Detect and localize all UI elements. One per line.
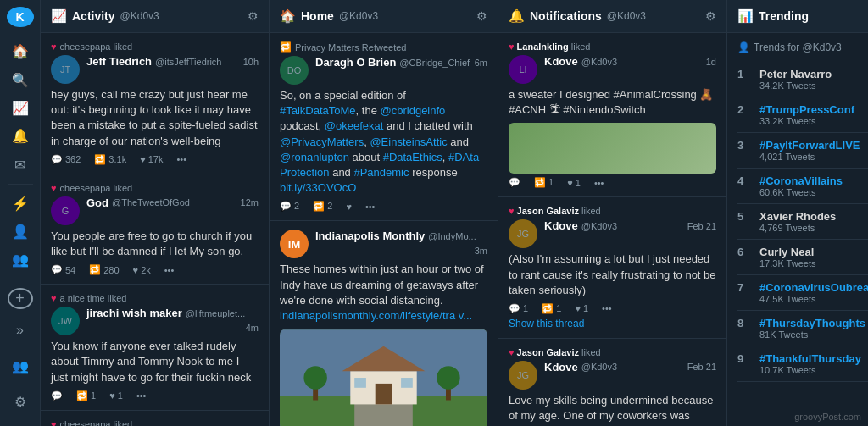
home-icon: 🏠 xyxy=(280,8,296,24)
like-button[interactable]: ♥ 2k xyxy=(133,265,151,275)
trending-icon: 📊 xyxy=(737,8,754,24)
sidebar-item-activity[interactable]: 📈 xyxy=(5,97,36,119)
retweet-button[interactable]: 🔁 3.1k xyxy=(94,154,126,165)
activity-column-title: Activity xyxy=(72,9,115,23)
svg-rect-7 xyxy=(401,378,413,388)
table-row[interactable]: ♥ cheesepapa liked DA David Axelrod ✓ @d… xyxy=(41,411,269,426)
activity-column-settings[interactable]: ⚙ xyxy=(248,9,259,23)
notifications-column: 🔔 Notifications @Kd0v3 ⚙ ♥ LanaInkling l… xyxy=(498,0,727,426)
retweet-button[interactable]: 🔁 1 xyxy=(534,177,554,188)
table-row[interactable]: ♥ Jason Galaviz liked JG Kdove @Kd0v3 Fe… xyxy=(498,339,726,426)
activity-column-content: ♥ cheesepapa liked JT Jeff Tiedrich @its… xyxy=(41,33,269,426)
list-item[interactable]: 3 #PayItForwardLIVE 4,021 Tweets xyxy=(737,133,868,169)
list-item[interactable]: 5 Xavier Rhodes 4,769 Tweets xyxy=(737,204,868,240)
avatar: IM xyxy=(280,230,309,258)
reply-button[interactable]: 💬 xyxy=(51,390,63,401)
list-item[interactable]: 6 Curly Neal 17.3K Tweets xyxy=(737,240,868,275)
notif-image xyxy=(509,123,716,174)
avatar: LI xyxy=(509,55,537,84)
avatar: JG xyxy=(509,361,537,390)
tweet-header: DO Daragh O Brien @CBridge_Chief 6m xyxy=(280,56,487,85)
sidebar-item-messages[interactable]: ✉ xyxy=(5,152,36,175)
avatar: JG xyxy=(509,219,537,248)
tweet-actions: 💬 54 🔁 280 ♥ 2k ••• xyxy=(51,264,259,275)
like-button[interactable]: ♥ 1 xyxy=(575,303,588,313)
more-button[interactable]: ••• xyxy=(365,202,376,212)
sidebar-item-search[interactable]: 🔍 xyxy=(5,69,36,91)
tweet-header: JG Kdove @Kd0v3 Feb 21 xyxy=(509,361,716,390)
tweet-body: These homes within just an hour or two o… xyxy=(280,262,487,324)
avatar[interactable]: K xyxy=(7,7,34,27)
sidebar-divider xyxy=(8,184,33,185)
sidebar-item-profile[interactable]: 👤 xyxy=(5,220,36,243)
list-item[interactable]: 7 #CoronavirusOubreak 47.5K Tweets xyxy=(737,275,868,311)
list-item[interactable]: 8 #ThursdayThoughts 81K Tweets xyxy=(737,311,868,346)
sidebar-people-icon[interactable]: 👥 xyxy=(5,351,36,381)
notifications-column-header: 🔔 Notifications @Kd0v3 ⚙ xyxy=(498,0,726,33)
activity-column-header: 📈 Activity @Kd0v3 ⚙ xyxy=(41,0,269,33)
like-button[interactable]: ♥ 17k xyxy=(140,154,163,164)
reply-button[interactable]: 💬 1 xyxy=(509,303,528,314)
table-row[interactable]: 🔁 Privacy Matters Retweeted DO Daragh O … xyxy=(270,33,498,221)
svg-rect-5 xyxy=(376,384,392,405)
like-button[interactable]: ♥ xyxy=(346,202,352,212)
sidebar-settings-icon[interactable]: ⚙ xyxy=(5,386,36,417)
show-thread-link[interactable]: Show this thread xyxy=(509,318,716,329)
reply-button[interactable]: 💬 362 xyxy=(51,154,81,165)
reply-button[interactable]: 💬 xyxy=(509,177,520,188)
tweet-meta: ♥ a nice time liked xyxy=(51,293,259,303)
more-button[interactable]: ••• xyxy=(176,154,186,164)
more-button[interactable]: ••• xyxy=(136,390,147,401)
more-button[interactable]: ••• xyxy=(164,265,175,275)
like-button[interactable]: ♥ 1 xyxy=(109,390,123,401)
notif-liked: ♥ Jason Galaviz liked xyxy=(509,347,716,357)
retweet-button[interactable]: 🔁 2 xyxy=(313,201,332,212)
tweet-header: JG Kdove @Kd0v3 Feb 21 xyxy=(509,219,716,248)
sidebar-chevron-icon[interactable]: » xyxy=(5,315,36,346)
list-item[interactable]: 2 #TrumpPressConf 33.2K Tweets xyxy=(737,97,868,133)
tweet-body: hey guys, call me crazy but just hear me… xyxy=(51,87,259,149)
notifications-column-settings[interactable]: ⚙ xyxy=(705,9,716,23)
sidebar-divider-2 xyxy=(8,279,33,279)
avatar: G xyxy=(51,196,80,225)
more-button[interactable]: ••• xyxy=(602,303,612,313)
table-row[interactable]: ♥ Jason Galaviz liked JG Kdove @Kd0v3 Fe… xyxy=(498,197,726,339)
reply-button[interactable]: 💬 54 xyxy=(51,264,75,275)
tweet-body: So, on a special edition of #TalkDataToM… xyxy=(280,88,487,196)
list-item[interactable]: 9 #ThankfulThursday 10.7K Tweets xyxy=(737,346,868,382)
table-row[interactable]: ♥ a nice time liked JW jirachi wish make… xyxy=(41,285,269,411)
tweet-body: You people are free to go to church if y… xyxy=(51,229,259,259)
sidebar-item-notifications[interactable]: 🔔 xyxy=(5,124,36,147)
table-row[interactable]: ♥ LanaInkling liked LI Kdove @Kd0v3 1d a… xyxy=(498,33,726,197)
notifications-column-handle: @Kd0v3 xyxy=(607,10,646,22)
trending-column-title: Trending xyxy=(759,9,809,23)
sidebar-item-home[interactable]: 🏠 xyxy=(5,40,36,63)
sidebar-bottom: » 👥 ⚙ xyxy=(5,313,36,419)
tweet-body: a sweater I designed #AnimalCrossing 🧸 #… xyxy=(509,87,716,118)
retweet-button[interactable]: 🔁 280 xyxy=(89,264,119,275)
list-item[interactable]: 4 #CoronaVillains 60.6K Tweets xyxy=(737,169,868,204)
notif-liked: ♥ Jason Galaviz liked xyxy=(509,206,716,216)
notifications-column-title: Notifications xyxy=(530,9,602,23)
retweet-meta: 🔁 Privacy Matters Retweeted xyxy=(280,41,487,53)
table-row[interactable]: IM Indianapolis Monthly @IndyMo... 3m Th… xyxy=(270,221,498,426)
table-row[interactable]: ♥ cheesepapa liked JT Jeff Tiedrich @its… xyxy=(41,33,269,174)
list-item[interactable]: 1 Peter Navarro 34.2K Tweets xyxy=(737,62,868,97)
add-column-button[interactable]: + xyxy=(8,288,33,309)
tweet-actions: 💬 1 🔁 1 ♥ 1 ••• xyxy=(509,303,716,314)
home-column-settings[interactable]: ⚙ xyxy=(476,9,487,23)
svg-point-11 xyxy=(437,366,459,389)
retweet-button[interactable]: 🔁 1 xyxy=(542,303,561,314)
trending-column-header: 📊 Trending ⚙ xyxy=(727,0,868,33)
sidebar-item-more[interactable]: 👥 xyxy=(5,248,36,271)
tweet-image xyxy=(280,329,487,426)
like-button[interactable]: ♥ 1 xyxy=(567,178,581,188)
notifications-icon: 🔔 xyxy=(509,8,525,24)
table-row[interactable]: ♥ cheesepapa liked G God @TheTweetOfGod … xyxy=(41,174,269,285)
reply-button[interactable]: 💬 2 xyxy=(280,201,299,212)
trending-for-label: 👤 Trends for @Kd0v3 xyxy=(737,41,868,53)
tweet-actions: 💬 🔁 1 ♥ 1 ••• xyxy=(509,177,716,188)
retweet-button[interactable]: 🔁 1 xyxy=(76,390,96,401)
more-button[interactable]: ••• xyxy=(594,178,604,188)
sidebar-item-lists[interactable]: ⚡ xyxy=(5,191,36,214)
